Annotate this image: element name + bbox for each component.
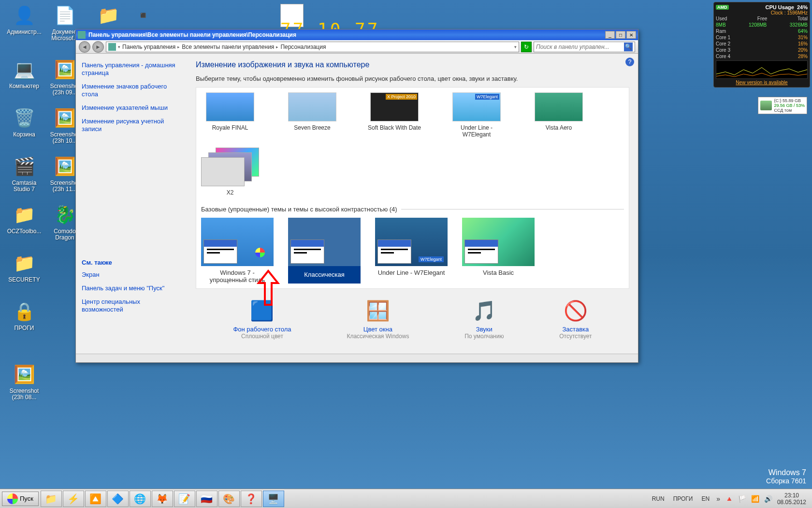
maximize-button[interactable]: □ (616, 31, 625, 39)
tray-flag-icon[interactable]: 🏳️ (738, 495, 746, 503)
sidebar-link[interactable]: Изменение указателей мыши (82, 104, 181, 112)
titlebar[interactable]: Панель управления\Все элементы панели уп… (76, 30, 638, 40)
desktop-icon[interactable]: 📁 (90, 4, 127, 29)
theme-item[interactable]: W7ElegantUnder Line - W7Elegant (448, 92, 506, 138)
desktop-icon[interactable]: 💻Компьютер (6, 58, 43, 90)
forward-button[interactable]: ► (92, 41, 104, 53)
minimize-button[interactable]: _ (605, 31, 615, 39)
red-arrow-annotation (256, 269, 280, 314)
cpu-gadget[interactable]: AMD CPU Usage 24% Clock : 1596MHz UsedFr… (713, 2, 810, 88)
theme-item[interactable]: Seven Breeze (283, 92, 341, 138)
file-icon: 📁 (97, 4, 120, 27)
crumb-2[interactable]: Персонализация (280, 44, 326, 50)
taskbar-button[interactable]: ❓ (241, 491, 262, 507)
file-icon: 📁 (13, 203, 36, 226)
sidebar-link[interactable]: Панель управления - домашняя страница (82, 61, 181, 77)
taskbar-button[interactable]: 📁 (41, 491, 62, 507)
basic-theme-item[interactable]: W7ElegantUnder Line - W7Elegant (375, 218, 448, 284)
crumb-0[interactable]: Панель управления (122, 44, 175, 50)
desktop-icon[interactable]: 📁SECURETY (6, 252, 43, 283)
address-icon (108, 43, 116, 51)
taskbar-button[interactable]: 🇷🇺 (196, 491, 218, 507)
theme-item[interactable]: X Project 2010Soft Black With Date (365, 92, 423, 138)
tray-run[interactable]: RUN (650, 495, 667, 502)
file-icon: 💻 (13, 58, 36, 81)
crumb-1[interactable]: Все элементы панели управления (182, 44, 274, 50)
taskbar-button[interactable]: 🔼 (85, 491, 106, 507)
taskbar-button[interactable]: 🦊 (152, 491, 173, 507)
system-tray: RUN ПРОГИ EN » 🔺 🏳️ 📶 🔊 23:10 08.05.2012 (650, 492, 810, 506)
desktop-icon[interactable]: 🖼️Screenshot (23h 08... (6, 363, 43, 401)
window-icon (78, 31, 86, 39)
tray-clock[interactable]: 23:10 08.05.2012 (777, 492, 806, 506)
file-icon: 🎬 (13, 155, 36, 178)
file-icon: 🖼️ (53, 58, 76, 81)
page-subheading: Выберите тему, чтобы одновременно измени… (196, 75, 629, 82)
cpu-graph (716, 60, 808, 79)
sidebar-seealso-link[interactable]: Центр специальных возможностей (82, 298, 181, 314)
start-button[interactable]: Пуск (2, 492, 39, 506)
desktop-icon[interactable]: ▪️ (125, 4, 161, 29)
sidebar-seealso-link[interactable]: Экран (82, 271, 181, 279)
basic-themes-header: Базовые (упрощенные) темы и темы с высок… (201, 206, 624, 213)
sidebar-seealso-link[interactable]: Панель задач и меню "Пуск" (82, 284, 181, 292)
taskbar-button[interactable]: 🌐 (130, 491, 151, 507)
desktop-icon[interactable]: 🗑️Корзина (6, 106, 43, 138)
file-icon: ▪️ (131, 4, 155, 27)
close-button[interactable]: ✕ (626, 31, 636, 39)
windows-orb-icon (7, 493, 18, 504)
file-icon: 🗑️ (13, 106, 36, 130)
bottom-option[interactable]: 🪟Цвет окнаКлассическая Windows (347, 299, 409, 340)
cpu-clock: Clock : 1596MHz (716, 10, 808, 15)
search-box[interactable]: 🔍 (534, 42, 635, 52)
refresh-button[interactable]: ↻ (521, 42, 532, 52)
main-content: ? Изменение изображения и звука на компь… (187, 54, 638, 362)
disk-gadget[interactable]: (C:) 55.89 GB 29.56 GB / 53% ССД том (758, 97, 807, 114)
taskbar-button[interactable]: 🔷 (107, 491, 129, 507)
address-bar[interactable]: ▾ Панель управления▸ Все элементы панели… (106, 42, 519, 52)
file-icon: 🖼️ (53, 106, 76, 130)
theme-item[interactable]: Vista Aero (530, 92, 588, 138)
tray-icon-1[interactable]: 🔺 (725, 495, 733, 503)
search-icon[interactable]: 🔍 (624, 43, 633, 51)
tray-volume-icon[interactable]: 🔊 (764, 495, 772, 503)
tray-lang[interactable]: EN (699, 495, 711, 502)
sidebar-link[interactable]: Изменение рисунка учетной записи (82, 118, 181, 133)
status-bar (76, 354, 638, 362)
sidebar: Панель управления - домашняя страницаИзм… (76, 54, 187, 362)
tray-network-icon[interactable]: 📶 (751, 495, 759, 503)
file-icon: 👤 (13, 4, 36, 27)
cpu-title: CPU Usage (766, 4, 794, 10)
taskbar-button[interactable]: 🖥️ (263, 491, 284, 507)
disk-icon (760, 101, 772, 110)
theme-item[interactable]: Royale FINAL (201, 92, 259, 138)
sidebar-link[interactable]: Изменение значков рабочего стола (82, 83, 181, 98)
file-icon: 🖼️ (53, 155, 76, 178)
help-icon[interactable]: ? (625, 58, 634, 66)
file-icon: 🔒 (13, 300, 36, 323)
taskbar-button[interactable]: 🎨 (218, 491, 240, 507)
bottom-option[interactable]: 🎵ЗвукиПо умолчанию (464, 299, 504, 340)
back-button[interactable]: ◄ (79, 41, 90, 53)
desktop-icon[interactable]: 🎬Camtasia Studio 7 (6, 155, 43, 193)
theme-x2[interactable]: X2 (201, 148, 259, 196)
tray-chevron-icon[interactable]: » (716, 495, 720, 503)
navbar: ◄ ► ▾ Панель управления▸ Все элементы па… (76, 40, 638, 54)
desktop-icon[interactable]: 📁OCZToolbo... (6, 203, 43, 235)
personalization-window: Панель управления\Все элементы панели уп… (75, 29, 638, 363)
taskbar-button[interactable]: 📝 (174, 491, 195, 507)
file-icon: 📄 (53, 4, 76, 27)
search-input[interactable] (536, 44, 624, 50)
taskbar-button[interactable]: ⚡ (63, 491, 84, 507)
basic-theme-item[interactable]: Vista Basic (462, 218, 535, 284)
bottom-option[interactable]: 🚫ЗаставкаОтсутствует (559, 299, 592, 340)
desktop-icon[interactable]: 🔒ПРОГИ (6, 300, 43, 331)
watermark: Windows 7 Сборка 7601 (766, 468, 806, 485)
basic-theme-item[interactable]: Классическая (288, 218, 361, 284)
desktop-icon[interactable]: 👤Администр... (6, 4, 43, 35)
tray-progi[interactable]: ПРОГИ (671, 495, 695, 502)
file-icon: 🐉 (53, 203, 76, 226)
see-also-header: См. также (82, 259, 181, 266)
new-version-link[interactable]: New version is available (716, 80, 808, 85)
taskbar: Пуск 📁⚡🔼🔷🌐🦊📝🇷🇺🎨❓🖥️ RUN ПРОГИ EN » 🔺 🏳️ 📶… (0, 489, 812, 508)
